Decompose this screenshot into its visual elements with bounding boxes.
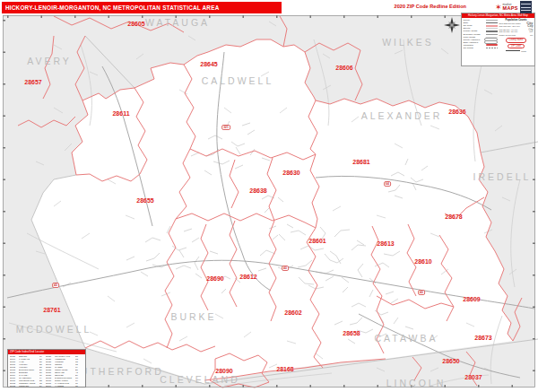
county-label: LINCOLN: [386, 378, 447, 388]
index-name-left: DENVER: [19, 355, 39, 357]
index-zip-left: 28602: [10, 366, 18, 368]
index-zip-left: 28612: [10, 382, 18, 384]
brand-main-label: MAPS: [503, 6, 518, 12]
population-rows: Over 250,000 per Place City Pop 100,000 …: [499, 22, 534, 37]
population-row-sample: City: [530, 34, 534, 36]
index-name-left: CONNELLY SPGS: [19, 382, 39, 384]
index-grid-right: C2: [75, 363, 81, 365]
county-label: WATAUGA: [145, 17, 210, 28]
edition-label: 2020 ZIP Code Redline Edition: [296, 4, 466, 9]
index-grid-right: D3: [75, 355, 81, 357]
zip-code-label: 28610: [414, 258, 431, 265]
brand-star-icon: ✶: [495, 4, 502, 12]
zip-index-row: 28613 CONOVER E4 28690 VALDESE C5: [8, 385, 85, 388]
brand-info-box: [520, 1, 532, 13]
page-title: HICKORY-LENOIR-MORGANTON, NC METROPOLITA…: [2, 2, 282, 13]
index-name-left: BOOMER: [19, 371, 39, 373]
zip-index-rows: 28037 DENVER F8 28630 GRANITE FALLS D3 2…: [8, 354, 85, 388]
index-zip-right: 28690: [46, 385, 54, 387]
index-grid-right: G6: [75, 377, 81, 379]
index-grid-left: D8: [39, 358, 45, 360]
county-label: ALEXANDER: [361, 110, 443, 121]
zip-code-label: 28655: [136, 197, 153, 204]
legend-row-label: Toll Roads: [464, 47, 473, 49]
zip-index-panel: ZIP Code Index/Grid Locator 28037 DENVER…: [7, 349, 86, 388]
zip-code-label: 28690: [206, 275, 223, 282]
zip-code-label: 28673: [474, 335, 491, 341]
index-zip-left: 28613: [10, 385, 18, 387]
county-label: BURKE: [170, 311, 216, 322]
index-name-left: HICKORY: [19, 363, 39, 365]
county-label: IREDELL: [473, 171, 532, 182]
index-name-right: HUDSON: [55, 361, 74, 362]
index-grid-right: C3: [75, 361, 81, 362]
index-grid-right: F3: [75, 382, 81, 384]
index-grid-right: C5: [75, 385, 81, 387]
legend-row: Toll Roads: [464, 47, 498, 49]
index-zip-right: 28636: [46, 358, 54, 360]
zip-code-label: 28601: [308, 238, 325, 244]
zip-code-label: 28090: [215, 368, 232, 374]
brand-text: market MAPS: [503, 4, 518, 12]
index-zip-right: 28650: [46, 366, 54, 368]
index-grid-left: E1: [39, 371, 45, 373]
index-zip-right: 28678: [46, 379, 54, 381]
index-zip-left: 28610: [10, 377, 18, 379]
legend-row-swatch: [486, 25, 498, 27]
zip-code-label: 28658: [343, 330, 360, 336]
legend-row-swatch: [486, 20, 498, 21]
legend-row-swatch: [486, 28, 498, 29]
highway-shield: 40: [282, 266, 289, 271]
index-grid-left: E8: [39, 361, 45, 362]
county-label: CLEVELAND: [160, 374, 239, 385]
index-name-right: MORGANTON: [55, 369, 74, 370]
legend-panel: Hickory-Lenoir-Morganton, NC Metro Area …: [461, 13, 535, 66]
county-label: AVERY: [27, 56, 72, 66]
zip-code-label: 28612: [239, 274, 256, 280]
population-row-label: Under 10,000 Pop: [499, 34, 516, 36]
zip-code-label: 28606: [335, 65, 352, 71]
legend-row-swatch: [486, 22, 498, 23]
zip-code-label: 28650: [442, 358, 459, 364]
map-poster-page: HICKORY-LENOIR-MORGANTON, NC METROPOLITA…: [0, 0, 538, 392]
index-name-right: STONY POINT: [55, 379, 74, 381]
highway-shield: 321: [221, 125, 230, 130]
legend-symbol-column: County State ZIP Code Streets Primary Ro…: [464, 19, 498, 52]
zip-code-label: 28602: [284, 309, 301, 316]
zip-code-label: 28037: [464, 374, 482, 380]
index-zip-right: 28657: [46, 371, 54, 373]
index-name-left: VALE: [19, 361, 39, 362]
zip-code-label: 28611: [112, 110, 129, 117]
index-zip-right: 28673: [46, 377, 54, 379]
population-row: Under 10,000 Pop City: [499, 34, 534, 37]
index-zip-right: 28681: [46, 382, 54, 384]
population-row-label: Pop 100,000 - 249,999: [499, 25, 520, 27]
index-name-left: HICKORY: [19, 366, 39, 368]
legend-body: County State ZIP Code Streets Primary Ro…: [462, 18, 534, 53]
index-name-right: LENOIR: [55, 363, 74, 365]
index-zip-left: 28168: [10, 361, 18, 362]
index-zip-right: 28630: [46, 355, 54, 357]
title-banner: HICKORY-LENOIR-MORGANTON, NC METROPOLITA…: [2, 2, 282, 13]
index-zip-right: 28658: [46, 374, 54, 376]
index-zip-left: 28090: [10, 358, 18, 360]
zip-code-label: 28636: [448, 109, 465, 115]
index-grid-left: E4: [39, 385, 45, 387]
index-name-left: CONOVER: [19, 385, 39, 387]
county-name-sample: County Name: [506, 38, 527, 43]
scale-bar-label: Miles: [521, 50, 525, 52]
index-name-left: LAWNDALE: [19, 358, 39, 360]
index-zip-right: 28645: [46, 363, 54, 365]
legend-row-swatch: [486, 30, 498, 31]
zip-code-label: 28645: [200, 61, 217, 67]
highway-shield: 40: [52, 283, 59, 288]
index-name-right: MAIDEN: [55, 366, 74, 368]
zip-code-label: 28678: [445, 213, 462, 220]
county-label: WILKES: [382, 37, 434, 48]
index-grid-left: B2: [39, 379, 45, 381]
index-name-right: GRANITE FALLS: [55, 355, 74, 357]
county-label: CALDWELL: [202, 75, 274, 86]
index-name-right: NEWTON: [55, 374, 74, 376]
index-grid-right: F7: [75, 366, 81, 368]
index-name-left: BLOWING ROCK: [19, 369, 39, 370]
